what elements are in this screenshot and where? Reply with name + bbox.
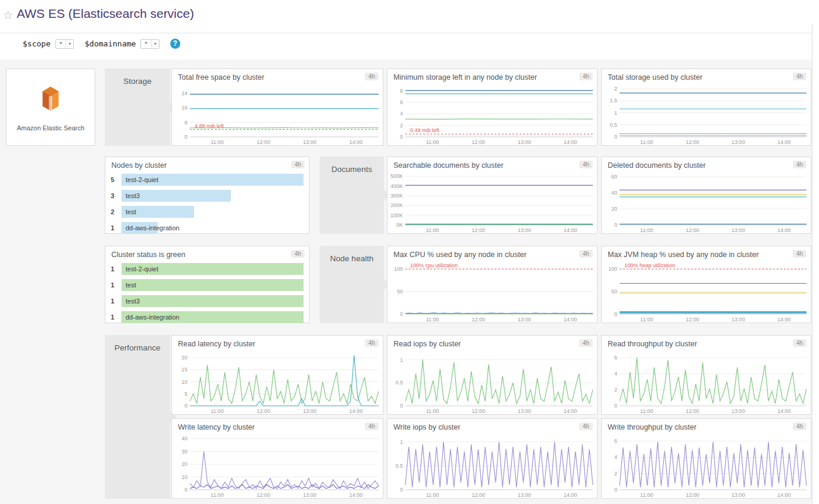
bar-row[interactable]: 1test [111,279,304,291]
timeframe-badge: 4h [579,161,593,168]
svg-text:20: 20 [611,206,617,212]
svg-text:0: 0 [400,134,403,140]
svg-text:40: 40 [611,190,617,196]
bar-row[interactable]: 1dd-aws-integration [111,311,304,323]
section-label-node-health: Node health [320,246,384,323]
timeframe-badge: 4h [793,161,807,168]
timeframe-badge: 4h [579,339,593,347]
chart-title: Max JVM heap % used by any node in clust… [608,251,759,259]
timeframe-badge: 4h [579,250,593,258]
chevron-down-icon: ▾ [151,40,159,48]
bar-value: 1 [111,281,118,289]
svg-text:13:00: 13:00 [732,317,745,323]
svg-text:1.5: 1.5 [609,98,617,104]
svg-text:14:00: 14:00 [564,408,577,414]
svg-text:0: 0 [614,222,617,228]
chart-plot[interactable]: 5test-2-quiet3test32test1dd-aws-integrat… [111,174,304,231]
bar-value: 1 [111,224,118,231]
bar-value: 1 [111,265,118,273]
section-label-text: Storage [123,77,151,86]
favorite-star-icon[interactable]: ☆ [3,8,13,22]
svg-text:15: 15 [182,367,187,372]
svg-text:13:00: 13:00 [303,492,317,498]
bar-row[interactable]: 3test3 [111,190,304,202]
bar-label: test3 [126,298,140,305]
bar-label: test3 [126,192,140,199]
svg-text:13:00: 13:00 [732,227,745,233]
svg-text:0: 0 [614,403,617,409]
svg-text:100: 100 [394,266,403,272]
chart-plot[interactable]: 0246811:0012:0013:0014:000.49 mib left [387,83,597,145]
svg-text:100% heap utilization: 100% heap utilization [624,262,676,268]
chart-plot[interactable]: 05010011:0012:0013:0014:00100% cpu utili… [387,261,597,323]
svg-text:0.49 mib left: 0.49 mib left [410,127,440,133]
svg-text:2: 2 [614,471,617,477]
svg-text:6: 6 [400,99,403,105]
scope-variable-select[interactable]: * ▾ [55,39,74,49]
svg-text:12:00: 12:00 [686,492,699,498]
section-label-documents: Documents [320,156,384,234]
svg-text:11:00: 11:00 [426,492,439,498]
svg-text:2: 2 [614,86,617,92]
svg-text:12:00: 12:00 [686,139,699,145]
svg-text:14:00: 14:00 [777,408,791,414]
bar-row[interactable]: 1test-2-quiet [111,263,304,275]
svg-text:0K: 0K [396,222,403,228]
bar-row[interactable]: 2test [111,206,304,218]
bar-track: test-2-quiet [121,263,304,275]
svg-text:4: 4 [400,111,403,117]
chart-plot[interactable]: 0K100K200K300K400K500K11:0012:0013:0014:… [387,171,597,233]
timeframe-badge: 4h [793,339,807,347]
svg-text:14:00: 14:00 [777,139,791,145]
svg-text:12:00: 12:00 [472,227,486,233]
chart-plot[interactable]: 00.5111:0012:0013:0014:00 [387,350,597,414]
timeframe-badge: 4h [365,73,379,80]
svg-text:13:00: 13:00 [732,139,745,145]
bar-row[interactable]: 1test3 [111,295,304,307]
bar-track: test-2-quiet [121,174,304,186]
chart-card-read-throughput: Read throughput by cluster 4h 024611:001… [601,335,811,415]
chart-plot[interactable]: 00.5111:0012:0013:0014:00 [387,433,597,498]
svg-text:14:00: 14:00 [777,492,791,498]
bar-track: test3 [121,295,304,307]
svg-text:50: 50 [397,289,403,295]
bar-label: dd-aws-integration [126,224,180,231]
svg-text:13:00: 13:00 [518,408,532,414]
help-icon[interactable]: ? [170,39,180,49]
chart-plot[interactable]: 1test-2-quiet1test1test31dd-aws-integrat… [111,263,304,320]
svg-text:11:00: 11:00 [640,139,654,145]
svg-text:2: 2 [614,387,617,393]
bar-track: dd-aws-integration [121,222,304,234]
timeframe-badge: 4h [291,161,305,168]
chart-plot[interactable]: 05010011:0012:0013:0014:00100% heap util… [602,261,811,323]
svg-text:13:00: 13:00 [518,492,532,498]
svg-text:6: 6 [614,438,617,444]
chart-plot[interactable]: 00.511.5211:0012:0013:0014:00 [602,83,811,145]
chart-plot[interactable]: 020406011:0012:0013:0014:00 [602,171,811,233]
template-variable-bar: $scope * ▾ $domainname * ▾ ? [23,39,180,49]
svg-text:13:00: 13:00 [518,139,532,145]
bar-row[interactable]: 5test-2-quiet [111,174,304,186]
svg-text:10: 10 [182,379,187,385]
chart-plot[interactable]: 0510152011:0012:0013:0014:00 [172,350,383,414]
svg-text:13:00: 13:00 [732,492,745,498]
svg-text:13:00: 13:00 [518,317,532,323]
domainname-variable-select[interactable]: * ▾ [140,39,159,49]
svg-text:24: 24 [182,90,187,96]
dashboard-title: AWS ES (Elasticsearch service) [17,7,194,21]
chart-plot[interactable]: 024611:0012:0013:0014:00 [602,433,811,498]
svg-text:13:00: 13:00 [732,408,745,414]
timeframe-badge: 4h [579,422,593,430]
template-var-name-scope: $scope [23,39,51,48]
chart-plot[interactable]: 024611:0012:0013:0014:00 [602,350,811,414]
svg-text:30: 30 [182,449,187,455]
chart-plot[interactable]: 01020304011:0012:0013:0014:00 [172,433,383,498]
bar-row[interactable]: 1dd-aws-integration [111,222,304,234]
timeframe-badge: 4h [793,73,807,80]
svg-text:11:00: 11:00 [211,492,224,498]
svg-text:40: 40 [182,436,187,442]
svg-text:0: 0 [614,487,617,493]
chart-plot[interactable]: 08162411:0012:0013:0014:004.88 mib left [172,83,383,145]
bar-value: 5 [111,176,118,183]
svg-text:0: 0 [400,403,403,409]
